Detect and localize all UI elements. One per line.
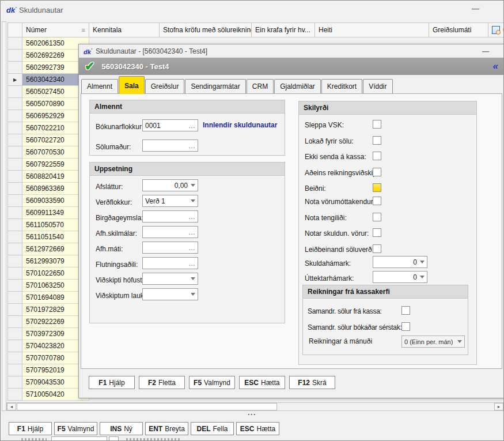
checkbox-notar-skuldun-vörur[interactable] [373,228,381,237]
row-selector-cell[interactable] [7,352,22,364]
button-f1-hjálp[interactable]: F1Hjálp [89,376,135,389]
dropdown-arrow-icon[interactable] [191,199,195,202]
row-selector-cell[interactable] [7,328,22,340]
button-esc-hætta[interactable]: ESCHætta [239,376,285,389]
row-selector-cell[interactable] [7,159,22,171]
field-flutningsaðili[interactable]: … [142,257,198,269]
row-selector-cell[interactable] [7,98,22,110]
field-viðskiptum-lauk[interactable] [142,288,198,300]
column-header-4[interactable]: Ein krafa fyrir hv... [252,22,315,37]
tab-sala[interactable]: Sala [119,76,145,94]
scroll-left-icon[interactable]: ◄ [7,403,16,410]
button-del-fella[interactable]: DELFella [191,422,234,435]
dropdown-arrow-icon[interactable] [191,293,195,296]
row-selector-cell[interactable] [7,62,22,74]
checkbox-nota-tengiliði[interactable] [373,213,381,221]
lookup-ellipsis-icon[interactable]: … [188,142,195,150]
dropdown-arrow-icon[interactable] [191,184,195,187]
tab-gjaldmi-lar[interactable]: Gjaldmiðlar [274,79,321,94]
row-selector-cell[interactable] [7,110,22,122]
field-afh-máti[interactable]: … [142,242,198,254]
field-verðflokkur[interactable]: Verð 1 [142,195,198,207]
dropdown-arrow-icon[interactable] [420,261,425,263]
column-header-1[interactable]: Númer≡ [22,22,89,37]
checkbox-nota-vörumóttakendur[interactable] [373,197,381,205]
row-selector-cell[interactable]: ▶ [7,74,22,86]
button-f2-fletta[interactable]: F2Fletta [139,376,185,389]
button-ent-breyta[interactable]: ENTBreyta [145,422,188,435]
row-selector-cell[interactable] [7,267,22,280]
row-selector-cell[interactable] [7,134,22,146]
tab-kreditkort[interactable]: Kreditkort [321,79,362,94]
row-selector-cell[interactable] [7,255,22,267]
row-selector-cell[interactable] [7,376,22,389]
tab-almennt[interactable]: Almennt [81,79,118,94]
button-esc-hætta[interactable]: ESCHætta [236,422,279,435]
row-selector-cell[interactable] [7,37,22,50]
field-sölumaður[interactable]: … [142,140,198,152]
scroll-right-icon[interactable]: ► [494,403,503,410]
field-birgðageymsla[interactable]: … [142,210,198,223]
row-selector-cell[interactable] [7,340,22,352]
row-selector-cell[interactable] [7,364,22,376]
button-f5-valmynd[interactable]: F5Valmynd [189,376,235,389]
tab-crm[interactable]: CRM [247,79,274,94]
checkbox-leiðbeinandi-söluverð[interactable] [373,244,381,253]
collapse-icon[interactable]: « [493,61,498,72]
row-selector-cell[interactable] [7,219,22,231]
row-selector-cell[interactable] [7,280,22,292]
button-ins-ný[interactable]: INSNý [100,422,143,435]
table-hscrollbar[interactable]: ◄ ► [6,402,504,411]
tab-grei-slur[interactable]: Greiðslur [145,79,185,94]
cutoff-combobox[interactable] [51,436,107,441]
field-viðskipti-hófust[interactable] [142,273,198,285]
dialog-minimize-button[interactable]: — [482,47,489,55]
dropdown-arrow-icon[interactable] [191,277,195,280]
checkbox-samandr-bokadar-serstak[interactable] [401,322,410,331]
field-úttektarhámark[interactable]: 0 [373,271,427,283]
row-selector-cell[interactable] [7,195,22,207]
row-selector-cell[interactable] [7,171,22,183]
reikningar-a-manudi-combo[interactable]: 0 (Einn per. mán) [401,336,465,348]
row-selector-cell[interactable] [7,207,22,219]
cutoff-button[interactable] [109,436,119,441]
field-afh-skilmálar[interactable]: … [142,226,198,238]
dropdown-arrow-icon[interactable] [420,276,425,278]
row-selector-cell[interactable] [7,292,22,304]
checkbox-samandr-fra-kassa[interactable] [401,306,410,315]
row-selector-cell[interactable] [7,231,22,243]
lookup-ellipsis-icon[interactable]: … [188,122,195,130]
lookup-ellipsis-icon[interactable]: … [188,259,195,267]
column-header-7[interactable]: Gjaldmi [488,22,504,37]
field-afsláttur[interactable]: 0,00 [142,179,198,191]
row-selector-cell[interactable] [7,389,22,401]
checkbox-lokað-fyrir-sölu[interactable] [373,136,381,145]
row-selector-cell[interactable] [7,50,22,62]
column-header-2[interactable]: Kennitala [89,22,160,37]
row-selector-cell[interactable] [7,243,22,255]
field-skuldahámark[interactable]: 0 [373,256,427,268]
column-header-3[interactable]: Stofna kröfu með sölureikningi [160,22,252,37]
lookup-ellipsis-icon[interactable]: … [188,213,195,221]
row-selector-header[interactable] [7,22,22,37]
tab-sendingarm-tar[interactable]: Sendingarmátar [185,79,245,94]
field-bókunarflokkur[interactable]: 0001… [142,119,198,131]
lookup-ellipsis-icon[interactable]: … [188,244,195,252]
lookup-ellipsis-icon[interactable]: … [188,228,195,236]
scrollbar-thumb[interactable] [17,403,277,410]
row-selector-cell[interactable] [7,183,22,195]
button-f5-valmynd[interactable]: F5Valmynd [54,422,97,435]
tab-v-ddir[interactable]: Víddir [363,79,392,94]
row-selector-cell[interactable] [7,304,22,316]
column-header-5[interactable]: Heiti [315,22,429,37]
sort-icon[interactable]: ≡ [82,27,85,33]
column-header-6[interactable]: Greiðslumáti [429,22,488,37]
checkbox-beiðni[interactable] [373,183,381,192]
button-f1-hjálp[interactable]: F1Hjálp [9,422,52,435]
checkbox-sleppa-vsk[interactable] [373,120,381,129]
row-selector-cell[interactable] [7,146,22,159]
row-selector-cell[interactable] [7,316,22,328]
row-selector-cell[interactable] [7,86,22,98]
minimize-button[interactable]: — [472,4,479,13]
checkbox-ekki-senda-á-kassa[interactable] [373,152,381,160]
